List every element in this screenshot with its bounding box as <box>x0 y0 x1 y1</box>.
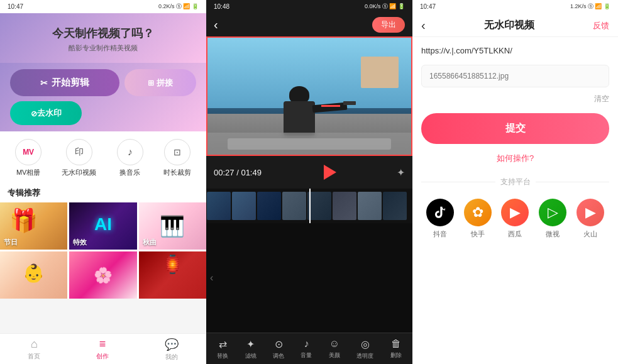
tool-replace[interactable]: ⇄ 替换 <box>217 338 228 360</box>
nav-home[interactable]: ⌂ 首页 <box>28 338 40 361</box>
color-label: 调色 <box>273 352 284 360</box>
timeline-cursor <box>309 189 311 223</box>
watermark-button[interactable]: 去水印 <box>10 101 82 125</box>
album-flowers[interactable]: 🌸 <box>69 251 136 299</box>
album-effects[interactable]: AI 特效 <box>69 202 136 250</box>
play-icon <box>324 165 336 180</box>
feature-crop[interactable]: ⊡ 时长裁剪 <box>163 139 191 177</box>
opacity-icon: ◎ <box>361 338 370 350</box>
replace-icon: ⇄ <box>219 338 227 350</box>
hero-section: 今天制作视频了吗？ 酷影专业制作精美视频 <box>0 13 206 63</box>
album-grid: 🎁 节日 AI 特效 🎹 秋曲 👶 🌸 🏮 <box>0 202 206 299</box>
feature-watermark[interactable]: 印 无水印视频 <box>62 139 96 177</box>
platform-douyin[interactable]: 抖音 <box>426 199 454 239</box>
splice-button[interactable]: 拼接 <box>124 69 196 96</box>
delete-label: 删除 <box>390 351 402 360</box>
feature-music[interactable]: ♪ 换音乐 <box>117 139 143 177</box>
time-display: 00:27 / 01:49 <box>214 168 262 177</box>
replace-label: 替换 <box>217 352 228 360</box>
current-time: 00:27 <box>214 168 235 177</box>
profile-icon: 💬 <box>165 338 179 351</box>
frame-7 <box>358 192 382 220</box>
gun-barrel <box>343 101 356 105</box>
baby-icon: 👶 <box>23 263 45 284</box>
export-button[interactable]: 导出 <box>372 17 405 33</box>
nav-profile[interactable]: 💬 我的 <box>165 338 179 361</box>
timeline-left-arrow[interactable]: ‹ <box>210 272 213 284</box>
frame-1 <box>207 192 231 220</box>
frame-6 <box>333 192 356 220</box>
divider-line-left <box>421 182 495 182</box>
music-label: 换音乐 <box>119 168 140 177</box>
platform-xigua[interactable]: ▶ 西瓜 <box>501 199 529 239</box>
album-section-title: 专辑推荐 <box>0 182 206 202</box>
watermark-header: ‹ 无水印视频 反馈 <box>412 13 618 37</box>
splice-icon <box>148 78 154 87</box>
mv-label: MV相册 <box>16 168 41 177</box>
platform-weishi[interactable]: ▷ 微视 <box>539 199 566 239</box>
xigua-icon: ▶ <box>501 199 529 226</box>
back-button-3[interactable]: ‹ <box>421 18 426 33</box>
frame-5 <box>307 192 331 220</box>
filter-label: 滤镜 <box>245 352 257 360</box>
tool-filter[interactable]: ✦ 滤镜 <box>245 338 257 360</box>
douyin-label: 抖音 <box>433 229 447 239</box>
album-autumn-label: 秋曲 <box>143 238 157 247</box>
album-holiday[interactable]: 🎁 节日 <box>0 202 67 250</box>
huoshan-icon: ▶ <box>577 199 604 226</box>
url-display: https://v.|.com/Y5TLKKN/ <box>421 46 512 55</box>
nav-create-label: 创作 <box>96 352 109 361</box>
ai-icon: AI <box>94 214 112 234</box>
tool-delete[interactable]: 🗑 删除 <box>390 338 402 360</box>
panel-home: 10:47 0.2K/s ⓢ 📶 🔋 今天制作视频了吗？ 酷影专业制作精美视频 … <box>0 0 206 364</box>
kuaishou-label: 快手 <box>471 229 485 239</box>
nav-create[interactable]: ≡ 创作 <box>96 338 109 361</box>
beauty-label: 美颜 <box>329 351 340 360</box>
frame-8 <box>383 192 407 220</box>
feedback-button[interactable]: 反馈 <box>593 20 609 31</box>
action-buttons: 开始剪辑 拼接 去水印 <box>0 63 206 131</box>
album-baby[interactable]: 👶 <box>0 251 67 299</box>
censor-bar <box>207 133 411 155</box>
clear-label: 清空 <box>594 94 609 104</box>
platform-divider: 支持平台 <box>412 167 618 194</box>
crop-label: 时长裁剪 <box>163 168 191 177</box>
timeline-extra: ‹ <box>206 223 412 333</box>
submit-button[interactable]: 提交 <box>421 113 609 144</box>
status-icons-3: 1.2K/s ⓢ 📶 🔋 <box>570 3 610 11</box>
tool-volume[interactable]: ♪ 音量 <box>301 338 312 360</box>
play-button[interactable] <box>317 161 340 184</box>
start-edit-button[interactable]: 开始剪辑 <box>10 69 119 96</box>
frame-2 <box>232 192 256 220</box>
tool-color[interactable]: ⊙ 调色 <box>273 338 284 360</box>
back-button-2[interactable]: ‹ <box>214 18 218 32</box>
tool-beauty[interactable]: ☺ 美颜 <box>329 338 340 360</box>
video-timeline[interactable] <box>206 189 412 223</box>
album-lantern[interactable]: 🏮 <box>139 251 206 299</box>
gun-accent <box>321 105 340 107</box>
how-to-link[interactable]: 如何操作? <box>412 150 618 167</box>
platform-kuaishou[interactable]: ✿ 快手 <box>464 199 492 239</box>
watermark-feature-label: 无水印视频 <box>62 168 96 177</box>
platform-huoshan[interactable]: ▶ 火山 <box>577 199 604 239</box>
panel-watermark: 10:47 1.2K/s ⓢ 📶 🔋 ‹ 无水印视频 反馈 https://v.… <box>412 0 618 364</box>
mv-icon: MV <box>15 139 41 165</box>
divider-line-right <box>536 182 610 182</box>
hero-subtitle: 酷影专业制作精美视频 <box>10 43 196 53</box>
kuaishou-icon: ✿ <box>464 199 492 226</box>
xigua-label: 西瓜 <box>508 229 522 239</box>
filename-input[interactable] <box>421 65 609 87</box>
beauty-icon: ☺ <box>329 338 339 350</box>
weishi-icon: ▷ <box>539 199 566 226</box>
home-icon: ⌂ <box>31 338 38 351</box>
clear-button[interactable]: 清空 <box>412 91 618 107</box>
status-icons-2: 0.0K/s ⓢ 📶 🔋 <box>365 3 405 11</box>
status-bar-1: 10:47 0.2K/s ⓢ 📶 🔋 <box>0 0 206 13</box>
tool-opacity[interactable]: ◎ 透明度 <box>356 338 373 360</box>
douyin-icon <box>426 199 454 226</box>
album-autumn[interactable]: 🎹 秋曲 <box>139 202 206 250</box>
body <box>284 101 315 136</box>
watermark-icon <box>31 109 37 118</box>
feature-mv[interactable]: MV MV相册 <box>15 139 41 177</box>
hero-title: 今天制作视频了吗？ <box>10 26 196 41</box>
